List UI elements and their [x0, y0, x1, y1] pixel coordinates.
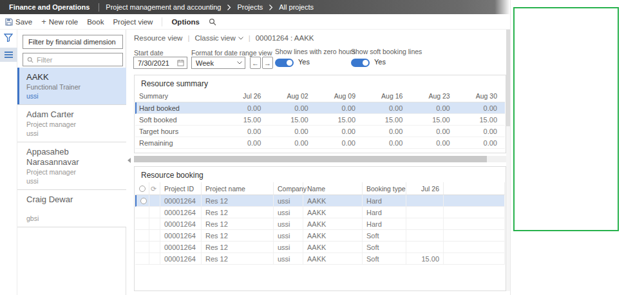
start-date-input[interactable]: 7/30/2021 — [133, 57, 187, 69]
column-header[interactable]: Aug 23 — [410, 90, 457, 102]
column-header[interactable]: Booking type — [363, 182, 406, 195]
summary-cell[interactable]: 0.00 — [222, 102, 269, 114]
summary-cell[interactable]: 0.00 — [222, 137, 269, 149]
column-header[interactable]: Jul 26 — [406, 182, 444, 195]
booking-project-name[interactable]: Res 12 — [202, 218, 274, 230]
scroll-left-icon[interactable] — [128, 158, 131, 163]
row-selector[interactable] — [135, 242, 149, 253]
booking-name[interactable]: AAKK — [303, 218, 363, 230]
booking-company-link[interactable]: ussi — [274, 253, 303, 265]
summary-cell[interactable]: 0.00 — [410, 102, 457, 114]
booking-company-link[interactable]: ussi — [274, 195, 303, 207]
summary-cell[interactable]: 0.00 — [363, 137, 410, 149]
booking-name[interactable]: AAKK — [303, 242, 363, 253]
booking-company-link[interactable]: ussi — [274, 218, 303, 230]
summary-row-label[interactable]: Hard booked — [135, 102, 222, 114]
filter-pane-icon[interactable] — [4, 33, 13, 42]
resource-list-item[interactable]: Adam Carter Project manager ussi — [17, 105, 126, 142]
booking-jul26[interactable] — [406, 242, 444, 253]
column-header[interactable]: Aug 30 — [458, 90, 505, 102]
booking-type[interactable]: Soft — [363, 253, 406, 265]
booking-name[interactable]: AAKK — [303, 195, 363, 207]
booking-jul26[interactable] — [406, 218, 444, 230]
summary-cell[interactable]: 0.00 — [269, 126, 316, 137]
breadcrumb-all-projects[interactable]: All projects — [279, 3, 314, 11]
booking-project-id[interactable]: 00001264 — [160, 242, 202, 253]
summary-cell[interactable]: 15.00 — [222, 114, 269, 126]
booking-type[interactable]: Hard — [363, 195, 406, 207]
resource-filter-input[interactable] — [37, 56, 113, 64]
booking-name[interactable]: AAKK — [303, 253, 363, 265]
resource-list-item[interactable]: Appasaheb Narasannavar Project manager u… — [17, 142, 126, 190]
summary-cell[interactable]: 0.00 — [222, 126, 269, 137]
select-all-column-header[interactable] — [135, 182, 149, 195]
booking-jul26[interactable]: 15.00 — [406, 253, 444, 265]
summary-cell[interactable]: 0.00 — [363, 102, 410, 114]
options-menu[interactable]: Options — [171, 18, 199, 26]
new-role-button[interactable]: + New role — [41, 18, 78, 26]
booking-type[interactable]: Soft — [363, 230, 406, 242]
booking-project-id[interactable]: 00001264 — [160, 195, 202, 207]
summary-cell[interactable]: 15.00 — [458, 114, 505, 126]
soft-booking-toggle[interactable] — [351, 59, 370, 67]
resource-list-item[interactable]: Craig Dewar gbsi — [17, 190, 126, 227]
refresh-column-header[interactable]: ⟳ — [149, 182, 160, 195]
summary-cell[interactable]: 15.00 — [316, 114, 363, 126]
summary-cell[interactable]: 0.00 — [458, 126, 505, 137]
column-header[interactable]: Jul 26 — [222, 90, 269, 102]
summary-cell[interactable]: 15.00 — [410, 114, 457, 126]
previous-period-button[interactable]: ← — [250, 57, 261, 69]
row-selector[interactable] — [135, 218, 149, 230]
column-header[interactable]: Aug 09 — [316, 90, 363, 102]
booking-company-link[interactable]: ussi — [274, 242, 303, 253]
booking-project-id[interactable]: 00001264 — [160, 218, 202, 230]
breadcrumb-module[interactable]: Project management and accounting — [106, 3, 221, 11]
app-title[interactable]: Finance and Operations — [0, 3, 99, 11]
row-selector[interactable] — [135, 207, 149, 218]
scrollbar-thumb[interactable] — [134, 156, 487, 162]
classic-view-dropdown[interactable]: Classic view — [194, 34, 243, 42]
menu-icon[interactable] — [0, 48, 17, 62]
booking-project-name[interactable]: Res 12 — [202, 253, 274, 265]
booking-project-name[interactable]: Res 12 — [202, 207, 274, 218]
summary-cell[interactable]: 0.00 — [269, 102, 316, 114]
summary-cell[interactable]: 15.00 — [363, 114, 410, 126]
summary-cell[interactable]: 0.00 — [410, 137, 457, 149]
booking-project-name[interactable]: Res 12 — [202, 242, 274, 253]
filter-financial-dimension-button[interactable]: Filter by financial dimension — [23, 35, 123, 49]
column-header[interactable]: Aug 16 — [363, 90, 410, 102]
column-header[interactable]: Name — [303, 182, 363, 195]
search-icon[interactable] — [209, 18, 216, 26]
summary-row-label[interactable]: Remaining — [135, 137, 222, 149]
zero-hours-toggle[interactable] — [275, 59, 294, 67]
book-button[interactable]: Book — [87, 18, 104, 26]
booking-jul26[interactable] — [406, 230, 444, 242]
summary-cell[interactable]: 0.00 — [269, 137, 316, 149]
column-header[interactable]: Project ID — [160, 182, 202, 195]
booking-jul26[interactable] — [406, 195, 444, 207]
resource-view-label[interactable]: Resource view — [134, 34, 182, 42]
summary-cell[interactable]: 0.00 — [458, 102, 505, 114]
row-selector[interactable] — [135, 195, 149, 207]
row-selector[interactable] — [135, 230, 149, 242]
summary-cell[interactable]: 0.00 — [316, 137, 363, 149]
booking-company-link[interactable]: ussi — [274, 230, 303, 242]
breadcrumb-projects[interactable]: Projects — [237, 3, 263, 11]
booking-company-link[interactable]: ussi — [274, 207, 303, 218]
summary-cell[interactable]: 0.00 — [458, 137, 505, 149]
horizontal-scrollbar[interactable] — [134, 156, 506, 162]
booking-project-id[interactable]: 00001264 — [160, 207, 202, 218]
summary-cell[interactable]: 0.00 — [410, 126, 457, 137]
booking-type[interactable]: Soft — [363, 242, 406, 253]
booking-type[interactable]: Hard — [363, 218, 406, 230]
booking-project-id[interactable]: 00001264 — [160, 253, 202, 265]
booking-name[interactable]: AAKK — [303, 230, 363, 242]
summary-row-label[interactable]: Target hours — [135, 126, 222, 137]
resource-list-item[interactable]: AAKK Functional Trainer ussi — [17, 68, 126, 105]
booking-project-name[interactable]: Res 12 — [202, 230, 274, 242]
summary-cell[interactable]: 0.00 — [316, 126, 363, 137]
summary-cell[interactable]: 0.00 — [316, 102, 363, 114]
next-period-button[interactable]: → — [262, 57, 273, 69]
booking-type[interactable]: Hard — [363, 207, 406, 218]
booking-project-name[interactable]: Res 12 — [202, 195, 274, 207]
